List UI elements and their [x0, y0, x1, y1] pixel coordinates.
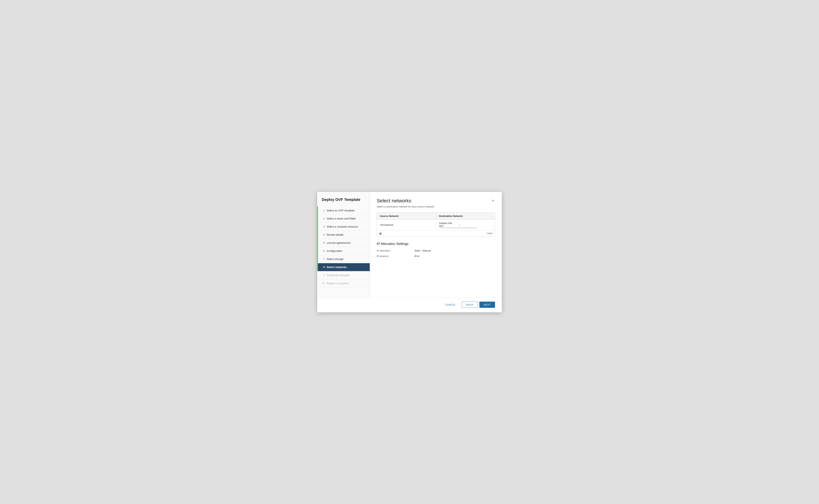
step-label: License agreements	[326, 241, 350, 244]
col-destination-header: Destination Network	[436, 213, 495, 219]
step-label: Select an OVF template	[326, 209, 355, 212]
table-columns-icon-group: ▦	[379, 232, 381, 235]
step-number: 2	[317, 217, 325, 220]
back-button[interactable]: BACK	[462, 302, 478, 308]
step-label: Configuration	[326, 249, 342, 252]
destination-network-dropdown[interactable]: 3rdMan-VM-NET ⌄	[439, 222, 477, 228]
step-number: 10	[317, 282, 325, 285]
step-number: 9	[317, 274, 325, 277]
close-button[interactable]: ×	[491, 198, 495, 203]
network-table: Source Network Destination Network VM Ne…	[377, 213, 495, 237]
table-row: VM Network 3rdMan-VM-NET ⌄	[377, 220, 495, 230]
table-header: Source Network Destination Network	[377, 213, 495, 220]
ip-allocation-title: IP Allocation Settings	[377, 242, 495, 246]
sidebar-step-10: 10Ready to complete	[317, 279, 370, 287]
sidebar-step-6[interactable]: 6Configuration	[317, 247, 370, 255]
step-label: Select networks	[326, 266, 347, 269]
cancel-button[interactable]: CANCEL	[441, 302, 460, 308]
sidebar-step-8[interactable]: 8Select networks	[317, 263, 370, 271]
step-label: Review details	[326, 233, 343, 236]
step-label: Customize template	[326, 274, 350, 277]
table-item-count: 1 item	[486, 232, 493, 235]
main-header: Select networks ×	[377, 198, 495, 204]
ip-protocol-row: IP protocol: IPv4	[377, 255, 495, 258]
ip-allocation-value: Static - Manual	[415, 249, 431, 252]
step-label: Select a compute resource	[326, 225, 358, 228]
ip-protocol-label: IP protocol:	[377, 255, 415, 258]
step-number: 5	[317, 241, 325, 244]
sidebar-step-5[interactable]: 5License agreements	[317, 239, 370, 247]
ip-allocation-section: IP Allocation Settings IP allocation: St…	[377, 242, 495, 260]
step-label: Select a name and folder	[326, 217, 356, 220]
step-number: 8	[317, 266, 325, 268]
sidebar-step-9: 9Customize template	[317, 271, 370, 279]
col-source-header: Source Network	[377, 213, 436, 219]
sidebar-title: Deploy OVF Template	[317, 197, 370, 207]
step-number: 1	[317, 209, 325, 212]
columns-icon: ▦	[379, 232, 381, 235]
destination-network-cell: 3rdMan-VM-NET ⌄	[436, 220, 495, 230]
sidebar-step-4[interactable]: 4Review details	[317, 231, 370, 239]
step-label: Select storage	[326, 258, 343, 261]
page-title: Select networks	[377, 198, 412, 204]
step-number: 3	[317, 225, 325, 228]
step-number: 6	[317, 249, 325, 252]
source-network-cell: VM Network	[377, 221, 436, 229]
sidebar-step-2[interactable]: 2Select a name and folder	[317, 215, 370, 223]
sidebar-step-1[interactable]: 1Select an OVF template	[317, 207, 370, 215]
source-network-value: VM Network	[380, 223, 393, 226]
ip-allocation-label: IP allocation:	[377, 249, 415, 252]
chevron-down-icon: ⌄	[459, 223, 477, 226]
table-footer: ▦ 1 item	[377, 230, 495, 236]
step-number: 7	[317, 258, 325, 260]
ip-allocation-row: IP allocation: Static - Manual	[377, 249, 495, 252]
modal-body: Deploy OVF Template 1Select an OVF templ…	[317, 192, 502, 298]
next-button[interactable]: NEXT	[480, 302, 495, 308]
page-subtitle: Select a destination network for each so…	[377, 205, 495, 208]
step-label: Ready to complete	[326, 282, 349, 285]
step-number: 4	[317, 233, 325, 236]
deploy-ovf-modal: Deploy OVF Template 1Select an OVF templ…	[317, 192, 502, 312]
sidebar-step-7[interactable]: 7Select storage	[317, 255, 370, 263]
destination-network-value: 3rdMan-VM-NET	[439, 222, 457, 227]
ip-protocol-value: IPv4	[415, 255, 419, 258]
sidebar-steps: 1Select an OVF template2Select a name an…	[317, 207, 370, 287]
modal-footer: CANCEL BACK NEXT	[317, 298, 502, 312]
main-content: Select networks × Select a destination n…	[370, 192, 502, 298]
sidebar: Deploy OVF Template 1Select an OVF templ…	[317, 192, 370, 298]
sidebar-step-3[interactable]: 3Select a compute resource	[317, 223, 370, 231]
